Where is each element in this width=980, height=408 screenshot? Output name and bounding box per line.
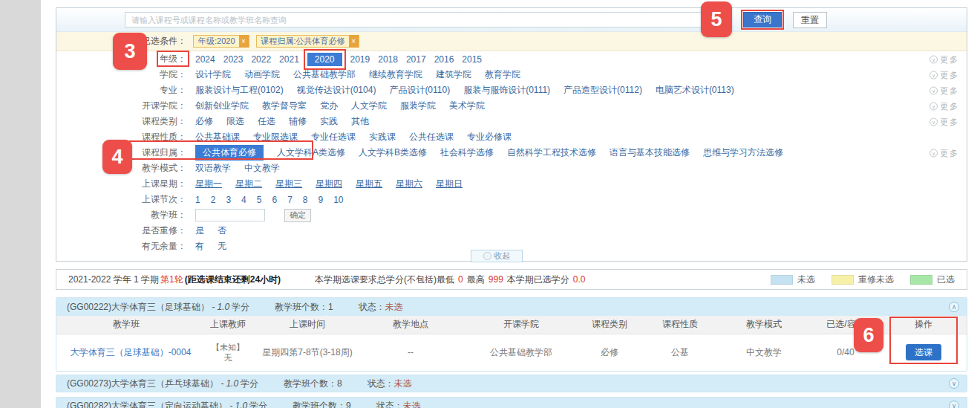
filter-option[interactable]: 星期日: [436, 178, 463, 190]
filter-option[interactable]: 人文学科B类选修: [359, 146, 427, 159]
filter-option[interactable]: 服装与服饰设计(0111): [463, 84, 550, 97]
filter-option[interactable]: 2016: [434, 54, 454, 65]
filter-option[interactable]: 实践: [320, 115, 338, 128]
filter-option[interactable]: 2021: [279, 54, 299, 65]
filter-option[interactable]: 2024: [195, 54, 215, 65]
filter-option[interactable]: 专业必修课: [467, 131, 512, 143]
filter-option[interactable]: 专业限选课: [253, 131, 298, 143]
section-header[interactable]: (GG00222)大学体育三（足球基础） - 1.0 学分 教学班个数：1 状态…: [56, 298, 967, 316]
filter-option[interactable]: 人文学科A类选修: [277, 146, 345, 159]
condition-tag-grade[interactable]: 年级:2020 ×: [193, 35, 249, 48]
more-link[interactable]: ∨更多: [930, 69, 959, 80]
action-cell: 选课: [881, 334, 967, 371]
filter-option[interactable]: 是: [195, 224, 204, 237]
more-link[interactable]: ∨更多: [930, 85, 959, 96]
filter-option[interactable]: 思维与学习方法选修: [703, 146, 783, 159]
more-link[interactable]: ∨更多: [930, 147, 959, 158]
filter-option[interactable]: 有: [195, 240, 204, 253]
credit-max-value: 999: [489, 274, 503, 285]
filter-option[interactable]: 公共体育必修: [195, 145, 264, 161]
section-header[interactable]: (GG00282)大学体育三（定向运动基础） - 1.0 学分 教学班个数：9 …: [56, 398, 967, 408]
reset-button[interactable]: 重置: [793, 12, 827, 28]
filter-option[interactable]: 创新创业学院: [195, 100, 249, 112]
filter-option[interactable]: 语言与基本技能选修: [610, 146, 690, 159]
filter-option[interactable]: 星期二: [235, 178, 262, 190]
filter-option[interactable]: 其他: [351, 115, 369, 128]
filter-option[interactable]: 动画学院: [244, 68, 280, 81]
filter-option[interactable]: 公共基础教学部: [293, 68, 356, 81]
filter-option[interactable]: 自然科学工程技术选修: [507, 146, 596, 159]
filter-option[interactable]: 4: [241, 195, 246, 205]
search-input[interactable]: [125, 12, 728, 27]
filter-option[interactable]: 辅修: [289, 115, 307, 128]
chevron-down-icon[interactable]: ∨: [949, 378, 959, 389]
filter-option[interactable]: 1: [195, 195, 200, 205]
more-link[interactable]: ∨更多: [930, 100, 959, 111]
teaching-class-input[interactable]: [195, 209, 265, 221]
filter-option[interactable]: 人文学院: [351, 100, 387, 112]
filter-option[interactable]: 教育学院: [485, 68, 520, 81]
filter-option[interactable]: 建筑学院: [436, 68, 471, 81]
filter-option[interactable]: 否: [218, 224, 226, 237]
filter-option[interactable]: 服装学院: [400, 100, 436, 112]
filter-option[interactable]: 2: [211, 195, 216, 205]
confirm-button[interactable]: 确定: [284, 209, 311, 222]
filter-option[interactable]: 美术学院: [449, 100, 485, 112]
filter-option[interactable]: 2020: [307, 53, 342, 66]
filter-option[interactable]: 电脑艺术设计(0113): [656, 84, 734, 97]
filter-option[interactable]: 视觉传达设计(0104): [297, 84, 376, 97]
select-course-button[interactable]: 选课: [906, 344, 941, 360]
collapse-panel-button[interactable]: − 收起: [471, 250, 523, 262]
chevron-up-icon[interactable]: ∧: [949, 302, 959, 312]
filter-option[interactable]: 2018: [378, 54, 398, 65]
filter-option[interactable]: 任选: [258, 115, 275, 128]
chevron-down-icon[interactable]: ∨: [949, 401, 959, 408]
filter-option[interactable]: 7: [287, 195, 293, 205]
filter-option[interactable]: 10: [333, 195, 343, 205]
filter-option[interactable]: 5: [257, 195, 262, 205]
remove-tag-icon[interactable]: ×: [349, 35, 359, 48]
course-section-orienteering: (GG00282)大学体育三（定向运动基础） - 1.0 学分 教学班个数：9 …: [56, 397, 967, 408]
section-header[interactable]: (GG00273)大学体育三（乒乓球基础） - 1.0 学分 教学班个数：8 状…: [56, 375, 967, 392]
filter-option[interactable]: 限选: [226, 115, 244, 128]
filter-options: 服装设计与工程(0102)视觉传达设计(0104)产品设计(0110)服装与服饰…: [186, 84, 734, 97]
remove-tag-icon[interactable]: ×: [239, 35, 249, 48]
query-button[interactable]: 查询: [743, 12, 782, 27]
filter-option[interactable]: 服装设计与工程(0102): [195, 84, 284, 97]
more-link[interactable]: ∨更多: [930, 116, 959, 127]
filter-option[interactable]: 星期五: [356, 178, 382, 190]
filter-option[interactable]: 公共任选课: [409, 131, 454, 143]
filter-option[interactable]: 公共基础课: [195, 131, 240, 143]
filter-option[interactable]: 2019: [350, 54, 370, 65]
class-name-link[interactable]: 大学体育三（足球基础）-0004: [71, 347, 192, 357]
filter-option[interactable]: 教学督导室: [262, 100, 307, 112]
filter-option[interactable]: 双语教学: [195, 162, 231, 175]
filter-option[interactable]: 产品设计(0110): [389, 84, 450, 97]
filter-option[interactable]: 无: [218, 240, 226, 253]
filter-option[interactable]: 党办: [320, 100, 338, 112]
filter-option[interactable]: 9: [318, 195, 324, 205]
filter-option[interactable]: 星期一: [195, 178, 222, 190]
filter-option[interactable]: 设计学院: [195, 68, 231, 81]
filter-option[interactable]: 2022: [251, 54, 271, 65]
condition-tag-belong[interactable]: 课程归属:公共体育必修 ×: [256, 35, 359, 48]
filter-option[interactable]: 星期三: [275, 178, 302, 190]
filter-option[interactable]: 2017: [406, 54, 426, 65]
filter-option[interactable]: 星期四: [316, 178, 342, 190]
filter-label: 教学班：: [56, 209, 186, 221]
filter-option[interactable]: 2023: [223, 54, 244, 65]
filter-option[interactable]: 3: [226, 195, 231, 205]
filter-option[interactable]: 实践课: [369, 131, 396, 143]
filter-row: 开课学院：创新创业学院教学督导室党办人文学院服装学院美术学院∨更多: [56, 98, 967, 114]
filter-option[interactable]: 产品造型设计(0112): [564, 84, 642, 97]
filter-option[interactable]: 中文教学: [244, 162, 280, 175]
filter-option[interactable]: 专业任选课: [311, 131, 356, 143]
filter-option[interactable]: 6: [272, 195, 277, 205]
filter-option[interactable]: 2015: [462, 54, 482, 65]
filter-option[interactable]: 必修: [195, 115, 213, 128]
filter-option[interactable]: 星期六: [396, 178, 422, 190]
filter-option[interactable]: 社会科学选修: [440, 146, 494, 159]
filter-option[interactable]: 继续教育学院: [369, 68, 422, 81]
more-link[interactable]: ∨更多: [930, 54, 959, 65]
filter-option[interactable]: 8: [303, 195, 308, 205]
